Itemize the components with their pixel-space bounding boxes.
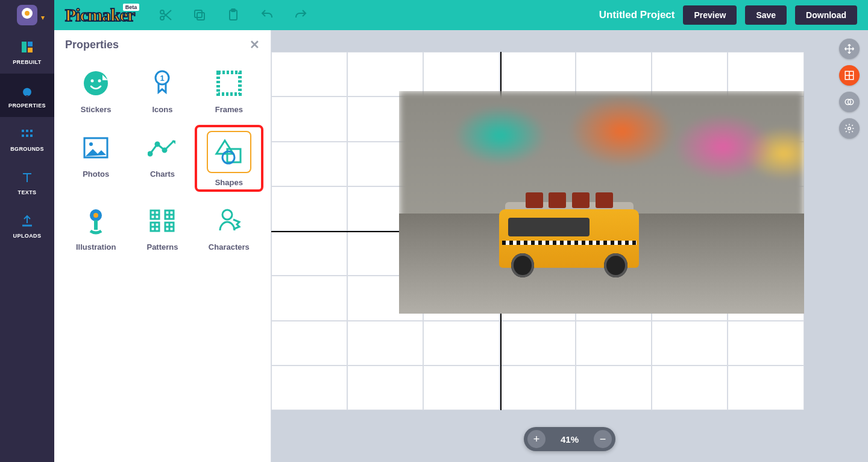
rail-uploads-label: UPLOADS	[13, 233, 42, 239]
category-charts-label: Charts	[150, 169, 175, 179]
grid-icon	[844, 70, 855, 81]
bgrounds-icon	[19, 125, 36, 142]
category-frames-label: Frames	[215, 105, 243, 114]
svg-point-36	[848, 127, 851, 130]
rail-texts-label: TEXTS	[17, 189, 36, 195]
move-icon	[844, 43, 855, 54]
svg-point-0	[160, 10, 164, 14]
svg-point-30	[93, 213, 98, 218]
svg-rect-10	[22, 130, 24, 132]
undo-button[interactable]	[259, 7, 275, 24]
settings-tool[interactable]	[839, 118, 860, 139]
frames-icon	[208, 66, 250, 100]
close-icon[interactable]: ✕	[250, 37, 260, 52]
category-patterns[interactable]: Patterns	[130, 200, 194, 254]
image-bus	[496, 202, 642, 273]
category-frames[interactable]: Frames	[197, 63, 261, 116]
category-photos-label: Photos	[83, 169, 109, 179]
category-icons[interactable]: 1 Icons	[130, 63, 194, 116]
svg-rect-9	[26, 95, 28, 97]
brand-badge: Beta	[123, 4, 140, 11]
copy-button[interactable]	[191, 7, 208, 24]
save-button[interactable]: Save	[745, 5, 787, 25]
rail-properties-label: PROPERTIES	[8, 103, 46, 109]
redo-button[interactable]	[292, 7, 309, 24]
svg-text:1: 1	[160, 74, 165, 83]
rail-bgrounds-label: BGROUNDS	[10, 146, 44, 152]
rail-bgrounds[interactable]: BGROUNDS	[0, 117, 54, 160]
illustration-icon	[75, 204, 117, 238]
robot-icon	[17, 5, 37, 25]
zoom-control: + 41% −	[524, 427, 615, 451]
rail-uploads[interactable]: UPLOADS	[0, 204, 54, 247]
category-icons-label: Icons	[153, 105, 173, 114]
undo-icon	[260, 8, 274, 22]
category-charts[interactable]: Charts	[130, 127, 194, 189]
category-characters[interactable]: Characters	[197, 200, 261, 254]
prebuilt-icon	[19, 39, 36, 55]
canvas[interactable]	[271, 52, 804, 410]
category-photos[interactable]: Photos	[64, 127, 128, 189]
category-shapes-label: Shapes	[215, 178, 243, 187]
svg-point-1	[160, 16, 164, 20]
characters-icon	[208, 204, 250, 238]
category-grid: Stickers 1 Icons Frames Photos Charts	[54, 58, 271, 259]
category-illustration-label: Illustration	[76, 242, 116, 252]
move-tool[interactable]	[839, 39, 860, 59]
stickers-icon	[75, 66, 117, 100]
svg-point-26	[163, 148, 166, 152]
svg-point-25	[156, 142, 159, 146]
project-title[interactable]: Untitled Project	[599, 9, 675, 21]
gear-icon	[844, 123, 855, 134]
svg-point-17	[91, 80, 94, 83]
svg-point-18	[98, 80, 101, 83]
svg-rect-3	[195, 10, 202, 17]
rail-prebuilt-label: PREBUILT	[13, 59, 42, 65]
preview-button[interactable]: Preview	[683, 5, 737, 25]
panel-header: Properties ✕	[54, 30, 271, 58]
svg-rect-11	[26, 130, 28, 132]
svg-point-32	[222, 210, 232, 220]
category-stickers[interactable]: Stickers	[64, 63, 128, 116]
category-characters-label: Characters	[209, 242, 250, 252]
app-logo[interactable]: ▾	[0, 0, 54, 30]
redo-icon	[294, 8, 308, 22]
svg-rect-7	[28, 42, 33, 46]
rail-properties[interactable]: PROPERTIES	[0, 74, 54, 117]
category-stickers-label: Stickers	[81, 105, 112, 114]
category-illustration[interactable]: Illustration	[64, 200, 128, 254]
left-rail: PREBUILT PROPERTIES BGROUNDS TEXTS UPLOA…	[0, 30, 54, 462]
charts-icon	[141, 131, 183, 165]
svg-point-16	[84, 71, 108, 95]
svg-rect-15	[30, 134, 33, 137]
zoom-out-button[interactable]: −	[594, 430, 612, 448]
svg-rect-12	[30, 130, 33, 132]
properties-icon	[19, 82, 36, 99]
zoom-in-button[interactable]: +	[527, 430, 546, 448]
toolbar	[157, 7, 309, 24]
rail-texts[interactable]: TEXTS	[0, 160, 54, 204]
paste-button[interactable]	[225, 7, 242, 24]
app-header: ▾ Picmaker Beta Untitled Project Preview…	[0, 0, 868, 30]
svg-rect-31	[94, 220, 98, 230]
rail-prebuilt[interactable]: PREBUILT	[0, 30, 54, 74]
right-tools	[839, 39, 860, 139]
svg-point-23	[89, 142, 93, 146]
copy-icon	[192, 8, 207, 22]
zoom-value: 41%	[561, 434, 579, 445]
patterns-icon	[141, 204, 183, 238]
canvas-image[interactable]	[399, 91, 804, 313]
download-button[interactable]: Download	[795, 5, 857, 25]
grid-tool[interactable]	[839, 65, 860, 86]
svg-rect-8	[28, 48, 33, 52]
chevron-down-icon[interactable]: ▾	[41, 13, 45, 22]
brand: Picmaker Beta	[65, 5, 134, 25]
panel-title: Properties	[65, 39, 119, 51]
cut-button[interactable]	[157, 7, 174, 24]
layers-tool[interactable]	[839, 92, 860, 112]
svg-rect-2	[197, 13, 204, 20]
icons-icon: 1	[141, 66, 183, 100]
texts-icon	[19, 169, 36, 186]
category-shapes[interactable]: Shapes	[197, 127, 261, 189]
svg-rect-13	[22, 134, 24, 137]
